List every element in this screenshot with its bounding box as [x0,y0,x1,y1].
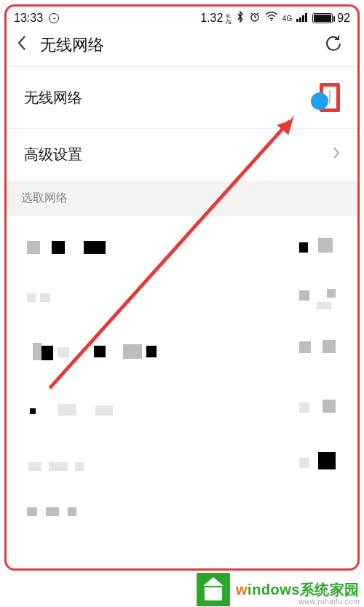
svg-line-4 [257,13,258,14]
alarm-icon [249,11,261,25]
advanced-label: 高级设置 [24,145,82,164]
refresh-icon[interactable] [324,34,343,56]
net-speed: 1.32 K /s [200,12,232,25]
watermark-logo-icon [197,573,230,606]
status-left: 13:33 ⌣ [14,12,59,25]
wifi-icon [265,12,278,25]
status-time: 13:33 [14,12,43,25]
svg-line-3 [251,13,253,14]
watermark: windows系统家园 www.ruhaifu.com [197,572,364,607]
svg-point-5 [271,20,272,21]
toggle-knob [311,92,328,110]
watermark-text: windows系统家园 [230,580,364,600]
network-type: 4G [282,15,292,22]
page-title: 无线网络 [40,34,104,56]
battery-icon [312,13,333,23]
back-icon[interactable] [17,35,27,55]
wlan-toggle-row: 无线网络 [7,67,357,128]
status-right: 1.32 K /s 4G 92 [200,11,350,25]
watermark-brand: indows系统家园 [248,582,360,598]
advanced-settings-row[interactable]: 高级设置 [7,129,357,180]
watermark-initial: w [236,582,248,598]
watermark-url: www.ruhaifu.com [298,598,360,606]
bluetooth-icon [236,11,245,25]
wlan-label: 无线网络 [24,88,82,108]
signal-icon [296,12,308,25]
chevron-right-icon [333,146,340,163]
svg-rect-6 [296,19,298,22]
smile-icon: ⌣ [49,13,59,23]
wlan-toggle[interactable] [329,90,331,104]
svg-rect-8 [302,15,304,22]
svg-rect-7 [299,17,301,22]
battery-pct: 92 [337,12,350,25]
select-network-header: 选取网络 [7,180,357,216]
nav-bar: 无线网络 [7,27,357,66]
highlight-box [320,83,340,112]
network-list [7,216,357,522]
speed-unit: K /s [226,13,232,25]
status-bar: 13:33 ⌣ 1.32 K /s 4G [7,7,357,27]
svg-rect-9 [305,13,307,22]
